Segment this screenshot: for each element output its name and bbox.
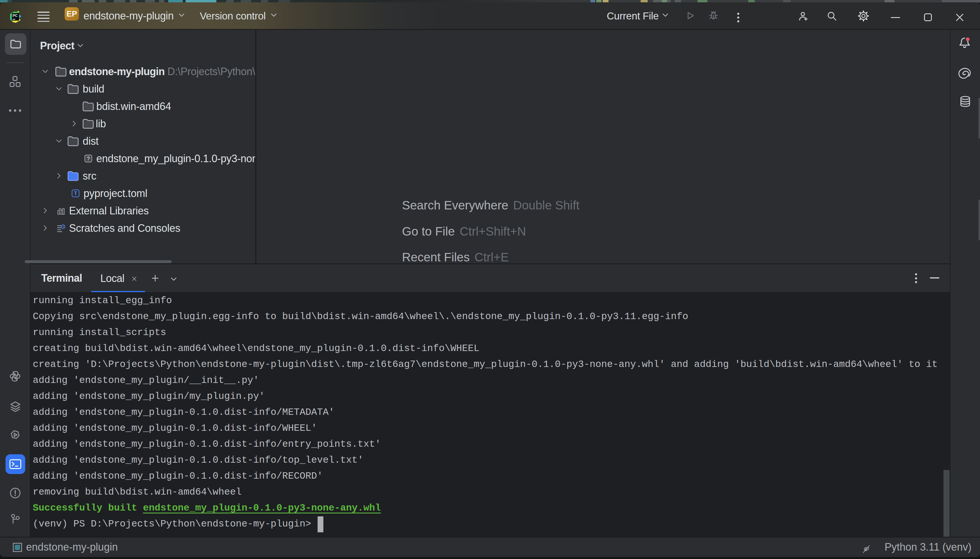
svg-text:?: ? <box>87 155 90 162</box>
svg-text:PC: PC <box>12 14 17 18</box>
svg-text:T: T <box>74 190 78 197</box>
